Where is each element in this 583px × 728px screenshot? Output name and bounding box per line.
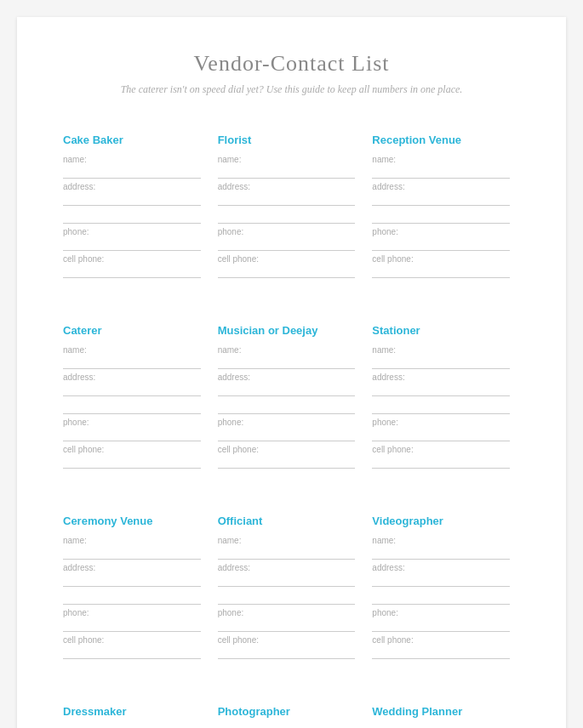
field-input-cell-caterer[interactable] (63, 455, 201, 469)
field-input-address-musician-deejay[interactable] (218, 383, 356, 396)
field-row-phone: phone: (63, 608, 201, 632)
field-input-address-officiant[interactable] (218, 573, 356, 587)
field-label-cell: cell phone: (372, 635, 510, 645)
field-label-address: address: (218, 182, 356, 191)
row-spacer (214, 489, 369, 504)
field-row-address2 (63, 590, 201, 605)
field-input-address2-reception-venue[interactable] (372, 210, 510, 224)
field-input-name-cake-baker[interactable] (63, 165, 201, 179)
vendor-title-cake-baker: Cake Baker (63, 134, 201, 146)
field-input-name-stationer[interactable] (372, 355, 510, 369)
field-input-name-ceremony-venue[interactable] (63, 546, 201, 560)
field-row-phone: phone: (63, 227, 201, 251)
vendor-block-wedding-planner: Wedding Plannername:address:phone:cell p… (369, 695, 523, 728)
field-label-name: name: (372, 536, 510, 545)
field-label-phone: phone: (372, 608, 510, 617)
field-input-address-stationer[interactable] (372, 383, 510, 396)
field-input-phone-stationer[interactable] (372, 428, 510, 441)
vendor-title-stationer: Stationer (372, 324, 510, 337)
field-label-phone: phone: (63, 227, 201, 236)
field-label-cell: cell phone: (63, 635, 201, 645)
field-row-address2 (372, 400, 510, 414)
field-input-address2-stationer[interactable] (372, 401, 510, 414)
field-label-cell: cell phone: (218, 445, 356, 454)
field-input-name-videographer[interactable] (372, 546, 510, 560)
field-label-phone: phone: (372, 227, 510, 236)
field-input-phone-cake-baker[interactable] (63, 237, 201, 251)
field-input-name-reception-venue[interactable] (372, 165, 510, 179)
field-input-address2-ceremony-venue[interactable] (63, 591, 201, 605)
field-row-cell: cell phone: (63, 445, 201, 469)
field-input-name-caterer[interactable] (63, 355, 201, 369)
field-input-address2-officiant[interactable] (218, 591, 356, 605)
row-spacer (60, 489, 214, 504)
field-input-name-florist[interactable] (218, 165, 356, 179)
field-row-phone: phone: (372, 418, 510, 441)
vendor-title-reception-venue: Reception Venue (372, 134, 510, 146)
field-label-address: address: (63, 373, 201, 382)
field-row-name: name: (218, 155, 356, 179)
field-row-name: name: (218, 345, 356, 369)
vendor-title-dressmaker: Dressmaker (63, 705, 201, 718)
field-input-cell-cake-baker[interactable] (63, 264, 201, 278)
field-input-phone-officiant[interactable] (218, 618, 356, 632)
field-input-phone-caterer[interactable] (63, 428, 201, 441)
field-input-phone-videographer[interactable] (372, 618, 510, 632)
page-title: Vendor-Contact List (60, 51, 523, 77)
field-input-cell-reception-venue[interactable] (372, 264, 510, 278)
field-input-name-musician-deejay[interactable] (218, 355, 356, 369)
field-input-cell-ceremony-venue[interactable] (63, 646, 201, 659)
field-input-name-officiant[interactable] (218, 546, 356, 560)
field-input-address2-videographer[interactable] (372, 591, 510, 605)
field-input-phone-ceremony-venue[interactable] (63, 618, 201, 632)
field-row-name: name: (63, 345, 201, 369)
field-row-address: address: (372, 563, 510, 587)
field-input-cell-officiant[interactable] (218, 646, 356, 659)
field-input-address-videographer[interactable] (372, 573, 510, 587)
field-row-address: address: (218, 373, 356, 396)
field-row-address: address: (63, 182, 201, 206)
field-input-address2-florist[interactable] (218, 210, 356, 224)
field-row-address2 (218, 209, 356, 224)
field-row-address2 (372, 209, 510, 224)
field-label-name: name: (372, 345, 510, 355)
field-input-cell-stationer[interactable] (372, 455, 510, 469)
vendor-block-videographer: Videographername:address:phone:cell phon… (369, 504, 523, 680)
field-input-phone-reception-venue[interactable] (372, 237, 510, 251)
field-row-cell: cell phone: (372, 635, 510, 659)
field-row-phone: phone: (218, 608, 356, 632)
field-input-address-ceremony-venue[interactable] (63, 573, 201, 587)
field-row-address2 (372, 590, 510, 605)
field-row-phone: phone: (63, 418, 201, 441)
field-row-address: address: (372, 373, 510, 396)
field-label-name: name: (218, 536, 356, 545)
field-label-name: name: (372, 155, 510, 164)
field-input-address2-caterer[interactable] (63, 401, 201, 414)
row-spacer (369, 680, 523, 695)
field-row-address: address: (218, 182, 356, 206)
field-label-name: name: (218, 155, 356, 164)
field-label-name: name: (63, 345, 201, 355)
page: Vendor-Contact List The caterer isn't on… (17, 17, 566, 728)
field-input-address2-musician-deejay[interactable] (218, 401, 356, 414)
vendor-block-florist: Floristname:address:phone:cell phone: (214, 123, 369, 299)
field-input-cell-musician-deejay[interactable] (218, 455, 356, 469)
field-input-address-cake-baker[interactable] (63, 192, 201, 206)
field-input-address-caterer[interactable] (63, 383, 201, 396)
vendor-title-videographer: Videographer (372, 515, 510, 527)
vendor-block-cake-baker: Cake Bakername:address:phone:cell phone: (60, 123, 214, 299)
field-input-phone-musician-deejay[interactable] (218, 428, 356, 441)
field-input-phone-florist[interactable] (218, 237, 356, 251)
field-input-address-reception-venue[interactable] (372, 192, 510, 206)
field-row-address2 (218, 400, 356, 414)
field-input-address-florist[interactable] (218, 192, 356, 206)
field-input-cell-florist[interactable] (218, 264, 356, 278)
field-row-name: name: (372, 155, 510, 179)
field-label-phone: phone: (63, 608, 201, 617)
field-input-cell-videographer[interactable] (372, 646, 510, 659)
field-input-address2-cake-baker[interactable] (63, 210, 201, 224)
field-row-phone: phone: (218, 227, 356, 251)
field-label-name: name: (63, 536, 201, 545)
field-row-cell: cell phone: (372, 445, 510, 469)
field-label-cell: cell phone: (372, 254, 510, 264)
